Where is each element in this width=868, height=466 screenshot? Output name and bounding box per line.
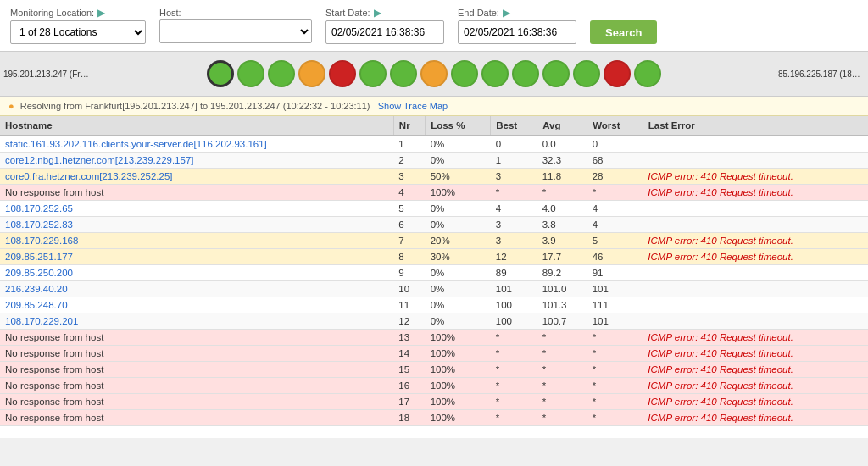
error-cell: [643, 136, 868, 153]
hostname-cell[interactable]: 108.170.229.168: [0, 233, 393, 249]
table-row: 216.239.40.20 10 0% 101 101.0 101: [0, 281, 868, 297]
location-dot-3[interactable]: [298, 60, 326, 87]
table-row: No response from host 15 100% * * * ICMP…: [0, 362, 868, 378]
location-dot-7[interactable]: [420, 60, 448, 87]
table-row: No response from host 16 100% * * * ICMP…: [0, 378, 868, 394]
hostname-cell: No response from host: [0, 410, 393, 426]
location-dot-0[interactable]: [207, 60, 234, 87]
best-cell: 1: [491, 153, 537, 169]
avg-cell: 3.9: [537, 233, 587, 249]
location-dot-10[interactable]: [512, 60, 539, 87]
hostname-cell[interactable]: static.161.93.202.116.clients.your-serve…: [0, 136, 393, 153]
best-cell: 4: [491, 201, 537, 217]
table-row: static.161.93.202.116.clients.your-serve…: [0, 136, 868, 153]
table-row: 108.170.252.65 5 0% 4 4.0 4: [0, 201, 868, 217]
worst-cell: 101: [587, 281, 643, 297]
monitoring-info-icon[interactable]: ▶: [97, 7, 105, 19]
loss-cell: 100%: [426, 378, 491, 394]
location-dot-6[interactable]: [390, 60, 417, 87]
avg-cell: 89.2: [537, 265, 587, 281]
worst-cell: 46: [587, 249, 643, 265]
monitoring-location-label: Monitoring Location: ▶: [10, 7, 146, 19]
loss-cell: 30%: [426, 249, 491, 265]
loss-cell: 0%: [426, 281, 491, 297]
nr-cell: 13: [393, 330, 425, 346]
table-header: Hostname Nr Loss % Best Avg Worst Last E…: [0, 116, 868, 136]
location-dot-11[interactable]: [542, 60, 570, 87]
table-row: 108.170.229.168 7 20% 3 3.9 5 ICMP error…: [0, 233, 868, 249]
hostname-cell[interactable]: 108.170.252.65: [0, 201, 393, 217]
end-date-input[interactable]: [458, 20, 576, 44]
nr-cell: 16: [393, 378, 425, 394]
avg-cell: 11.8: [537, 169, 587, 185]
nr-cell: 14: [393, 346, 425, 362]
avg-cell: 0.0: [537, 136, 587, 153]
col-hostname: Hostname: [0, 116, 393, 136]
col-nr: Nr: [393, 116, 425, 136]
host-label: Host:: [159, 8, 312, 18]
nr-cell: 18: [393, 410, 425, 426]
table-row: No response from host 13 100% * * * ICMP…: [0, 330, 868, 346]
hostname-cell: No response from host: [0, 362, 393, 378]
location-dot-9[interactable]: [481, 60, 509, 87]
table-wrapper: Hostname Nr Loss % Best Avg Worst Last E…: [0, 116, 868, 438]
monitoring-location-group: Monitoring Location: ▶ 1 of 28 Locations: [10, 7, 146, 44]
hostname-cell: No response from host: [0, 185, 393, 201]
hostname-cell: No response from host: [0, 330, 393, 346]
worst-cell: *: [587, 185, 643, 201]
avg-cell: 101.0: [537, 281, 587, 297]
end-date-info-icon[interactable]: ▶: [503, 7, 510, 19]
hostname-cell[interactable]: 209.85.250.200: [0, 265, 393, 281]
col-last-error: Last Error: [643, 116, 868, 136]
host-select[interactable]: [159, 19, 312, 43]
hostname-cell[interactable]: core12.nbg1.hetzner.com[213.239.229.157]: [0, 153, 393, 169]
trace-header: ● Resolving from Frankfurt[195.201.213.2…: [0, 97, 868, 116]
avg-cell: *: [537, 378, 587, 394]
nr-cell: 7: [393, 233, 425, 249]
error-cell: ICMP error: 410 Request timeout.: [643, 410, 868, 426]
col-avg: Avg: [537, 116, 587, 136]
search-button[interactable]: Search: [590, 20, 657, 44]
error-cell: ICMP error: 410 Request timeout.: [643, 249, 868, 265]
col-best: Best: [491, 116, 537, 136]
nr-cell: 10: [393, 281, 425, 297]
location-dot-13[interactable]: [604, 60, 631, 87]
location-dot-12[interactable]: [573, 60, 600, 87]
start-date-label: Start Date: ▶: [326, 7, 444, 19]
error-cell: [643, 313, 868, 330]
worst-cell: *: [587, 346, 643, 362]
hostname-cell[interactable]: 108.170.252.83: [0, 217, 393, 233]
worst-cell: 0: [587, 136, 643, 153]
best-cell: 3: [491, 217, 537, 233]
table-row: 209.85.248.70 11 0% 100 101.3 111: [0, 297, 868, 313]
error-cell: ICMP error: 410 Request timeout.: [643, 185, 868, 201]
hostname-cell[interactable]: 108.170.229.201: [0, 313, 393, 330]
error-cell: [643, 281, 868, 297]
location-dot-2[interactable]: [268, 60, 295, 87]
location-dot-14[interactable]: [634, 60, 661, 87]
hostname-cell[interactable]: 209.85.251.177: [0, 249, 393, 265]
hostname-cell[interactable]: core0.fra.hetzner.com[213.239.252.25]: [0, 169, 393, 185]
table-row: core0.fra.hetzner.com[213.239.252.25] 3 …: [0, 169, 868, 185]
location-dot-1[interactable]: [237, 60, 264, 87]
worst-cell: *: [587, 410, 643, 426]
hostname-cell[interactable]: 216.239.40.20: [0, 281, 393, 297]
show-trace-map-link[interactable]: Show Trace Map: [378, 101, 448, 111]
trace-bullet: ●: [8, 101, 14, 111]
hostname-cell[interactable]: 209.85.248.70: [0, 297, 393, 313]
best-cell: 89: [491, 265, 537, 281]
worst-cell: *: [587, 378, 643, 394]
data-table: Hostname Nr Loss % Best Avg Worst Last E…: [0, 116, 868, 426]
table-row: 209.85.251.177 8 30% 12 17.7 46 ICMP err…: [0, 249, 868, 265]
start-date-input[interactable]: [326, 20, 444, 44]
loss-cell: 0%: [426, 265, 491, 281]
dots-container: [93, 60, 775, 87]
start-date-info-icon[interactable]: ▶: [374, 7, 381, 19]
location-dot-8[interactable]: [451, 60, 478, 87]
location-dot-5[interactable]: [359, 60, 387, 87]
table-row: No response from host 18 100% * * * ICMP…: [0, 410, 868, 426]
location-dot-4[interactable]: [329, 60, 356, 87]
start-date-group: Start Date: ▶: [326, 7, 444, 44]
monitoring-location-select[interactable]: 1 of 28 Locations: [10, 20, 146, 44]
best-cell: 100: [491, 297, 537, 313]
